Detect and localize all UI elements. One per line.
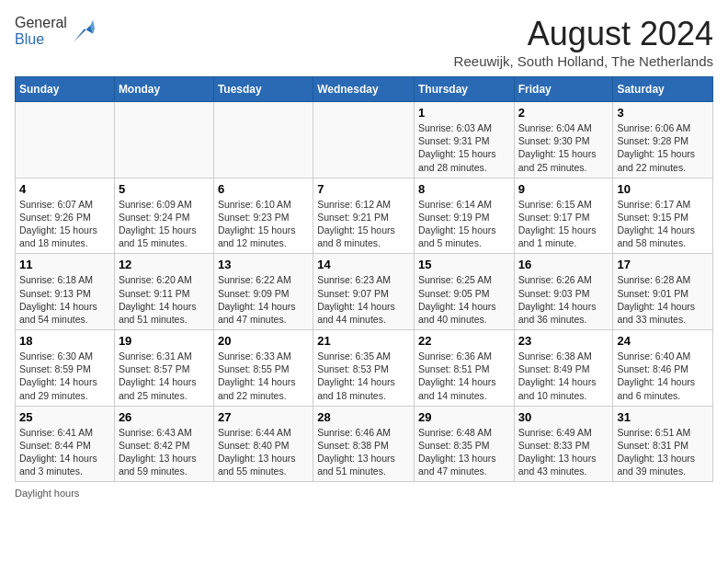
logo-icon — [69, 18, 95, 44]
day-number: 7 — [317, 182, 410, 196]
day-number: 21 — [317, 334, 410, 348]
day-info: Sunrise: 6:15 AM Sunset: 9:17 PM Dayligh… — [518, 198, 609, 250]
calendar-cell — [213, 102, 313, 178]
calendar-cell: 10Sunrise: 6:17 AM Sunset: 9:15 PM Dayli… — [613, 178, 713, 254]
day-info: Sunrise: 6:18 AM Sunset: 9:13 PM Dayligh… — [19, 273, 110, 326]
day-info: Sunrise: 6:07 AM Sunset: 9:26 PM Dayligh… — [19, 198, 110, 250]
day-number: 13 — [218, 258, 309, 271]
day-number: 20 — [218, 334, 309, 348]
day-number: 4 — [19, 182, 110, 196]
calendar-cell: 20Sunrise: 6:33 AM Sunset: 8:55 PM Dayli… — [213, 330, 313, 407]
day-header-friday: Friday — [514, 77, 613, 102]
day-info: Sunrise: 6:14 AM Sunset: 9:19 PM Dayligh… — [418, 198, 510, 250]
day-info: Sunrise: 6:33 AM Sunset: 8:55 PM Dayligh… — [218, 350, 309, 402]
week-row-2: 4Sunrise: 6:07 AM Sunset: 9:26 PM Daylig… — [16, 178, 713, 254]
month-title: August 2024 — [454, 15, 713, 53]
calendar-cell: 5Sunrise: 6:09 AM Sunset: 9:24 PM Daylig… — [114, 178, 213, 254]
logo: General Blue — [15, 15, 95, 48]
day-info: Sunrise: 6:04 AM Sunset: 9:30 PM Dayligh… — [518, 121, 609, 174]
day-info: Sunrise: 6:36 AM Sunset: 8:51 PM Dayligh… — [418, 350, 510, 402]
calendar-cell: 27Sunrise: 6:44 AM Sunset: 8:40 PM Dayli… — [213, 406, 313, 482]
day-info: Sunrise: 6:23 AM Sunset: 9:07 PM Dayligh… — [317, 273, 410, 326]
day-header-thursday: Thursday — [414, 77, 514, 102]
calendar-cell: 9Sunrise: 6:15 AM Sunset: 9:17 PM Daylig… — [514, 178, 613, 254]
title-block: August 2024 Reeuwijk, South Holland, The… — [454, 15, 713, 69]
day-header-wednesday: Wednesday — [313, 77, 415, 102]
calendar-cell: 3Sunrise: 6:06 AM Sunset: 9:28 PM Daylig… — [613, 102, 713, 178]
calendar-cell: 24Sunrise: 6:40 AM Sunset: 8:46 PM Dayli… — [613, 330, 713, 407]
week-row-4: 18Sunrise: 6:30 AM Sunset: 8:59 PM Dayli… — [16, 330, 713, 407]
day-info: Sunrise: 6:38 AM Sunset: 8:49 PM Dayligh… — [518, 350, 609, 402]
day-number: 1 — [418, 106, 510, 120]
day-info: Sunrise: 6:26 AM Sunset: 9:03 PM Dayligh… — [518, 273, 609, 326]
calendar-cell: 21Sunrise: 6:35 AM Sunset: 8:53 PM Dayli… — [313, 330, 415, 407]
week-row-1: 1Sunrise: 6:03 AM Sunset: 9:31 PM Daylig… — [16, 102, 713, 178]
calendar-cell: 28Sunrise: 6:46 AM Sunset: 8:38 PM Dayli… — [313, 406, 415, 482]
day-info: Sunrise: 6:09 AM Sunset: 9:24 PM Dayligh… — [119, 198, 210, 250]
day-number: 2 — [518, 106, 609, 120]
calendar-cell: 30Sunrise: 6:49 AM Sunset: 8:33 PM Dayli… — [514, 406, 613, 482]
day-number: 14 — [317, 258, 410, 271]
day-info: Sunrise: 6:30 AM Sunset: 8:59 PM Dayligh… — [19, 350, 110, 402]
day-info: Sunrise: 6:41 AM Sunset: 8:44 PM Dayligh… — [19, 426, 110, 478]
day-info: Sunrise: 6:44 AM Sunset: 8:40 PM Dayligh… — [218, 426, 309, 478]
calendar-cell: 25Sunrise: 6:41 AM Sunset: 8:44 PM Dayli… — [16, 406, 115, 482]
week-row-3: 11Sunrise: 6:18 AM Sunset: 9:13 PM Dayli… — [16, 254, 713, 330]
calendar-cell: 15Sunrise: 6:25 AM Sunset: 9:05 PM Dayli… — [414, 254, 514, 330]
day-info: Sunrise: 6:06 AM Sunset: 9:28 PM Dayligh… — [617, 121, 709, 174]
day-number: 17 — [617, 258, 709, 271]
day-info: Sunrise: 6:43 AM Sunset: 8:42 PM Dayligh… — [119, 426, 210, 478]
location: Reeuwijk, South Holland, The Netherlands — [454, 53, 713, 69]
calendar-cell: 16Sunrise: 6:26 AM Sunset: 9:03 PM Dayli… — [514, 254, 613, 330]
day-number: 19 — [119, 334, 210, 348]
day-info: Sunrise: 6:10 AM Sunset: 9:23 PM Dayligh… — [218, 198, 309, 250]
day-number: 29 — [418, 410, 510, 424]
day-number: 18 — [19, 334, 110, 348]
calendar-cell — [114, 102, 213, 178]
day-number: 26 — [119, 410, 210, 424]
calendar-cell: 12Sunrise: 6:20 AM Sunset: 9:11 PM Dayli… — [114, 254, 213, 330]
calendar-cell: 29Sunrise: 6:48 AM Sunset: 8:35 PM Dayli… — [414, 406, 514, 482]
calendar-cell: 7Sunrise: 6:12 AM Sunset: 9:21 PM Daylig… — [313, 178, 415, 254]
calendar-cell: 8Sunrise: 6:14 AM Sunset: 9:19 PM Daylig… — [414, 178, 514, 254]
day-number: 16 — [518, 258, 609, 271]
footer-note: Daylight hours — [15, 488, 713, 499]
day-info: Sunrise: 6:22 AM Sunset: 9:09 PM Dayligh… — [218, 273, 309, 326]
day-info: Sunrise: 6:49 AM Sunset: 8:33 PM Dayligh… — [518, 426, 609, 478]
day-number: 24 — [617, 334, 709, 348]
calendar-cell: 19Sunrise: 6:31 AM Sunset: 8:57 PM Dayli… — [114, 330, 213, 407]
calendar-cell: 17Sunrise: 6:28 AM Sunset: 9:01 PM Dayli… — [613, 254, 713, 330]
calendar-cell: 26Sunrise: 6:43 AM Sunset: 8:42 PM Dayli… — [114, 406, 213, 482]
day-number: 6 — [218, 182, 309, 196]
day-info: Sunrise: 6:51 AM Sunset: 8:31 PM Dayligh… — [617, 426, 709, 478]
logo-blue-text: Blue — [15, 31, 44, 47]
day-number: 11 — [19, 258, 110, 271]
day-number: 12 — [119, 258, 210, 271]
day-number: 22 — [418, 334, 510, 348]
day-number: 31 — [617, 410, 709, 424]
day-info: Sunrise: 6:48 AM Sunset: 8:35 PM Dayligh… — [418, 426, 510, 478]
calendar-cell: 31Sunrise: 6:51 AM Sunset: 8:31 PM Dayli… — [613, 406, 713, 482]
day-number: 27 — [218, 410, 309, 424]
calendar-cell: 22Sunrise: 6:36 AM Sunset: 8:51 PM Dayli… — [414, 330, 514, 407]
day-info: Sunrise: 6:40 AM Sunset: 8:46 PM Dayligh… — [617, 350, 709, 402]
calendar-cell: 6Sunrise: 6:10 AM Sunset: 9:23 PM Daylig… — [213, 178, 313, 254]
calendar-cell: 1Sunrise: 6:03 AM Sunset: 9:31 PM Daylig… — [414, 102, 514, 178]
day-number: 10 — [617, 182, 709, 196]
day-info: Sunrise: 6:31 AM Sunset: 8:57 PM Dayligh… — [119, 350, 210, 402]
calendar-cell: 18Sunrise: 6:30 AM Sunset: 8:59 PM Dayli… — [16, 330, 115, 407]
day-info: Sunrise: 6:28 AM Sunset: 9:01 PM Dayligh… — [617, 273, 709, 326]
day-header-tuesday: Tuesday — [213, 77, 313, 102]
day-header-saturday: Saturday — [613, 77, 713, 102]
calendar-cell: 11Sunrise: 6:18 AM Sunset: 9:13 PM Dayli… — [16, 254, 115, 330]
day-info: Sunrise: 6:25 AM Sunset: 9:05 PM Dayligh… — [418, 273, 510, 326]
day-info: Sunrise: 6:46 AM Sunset: 8:38 PM Dayligh… — [317, 426, 410, 478]
day-number: 9 — [518, 182, 609, 196]
day-number: 15 — [418, 258, 510, 271]
logo-general-text: General — [15, 15, 67, 30]
day-number: 28 — [317, 410, 410, 424]
day-number: 3 — [617, 106, 709, 120]
week-row-5: 25Sunrise: 6:41 AM Sunset: 8:44 PM Dayli… — [16, 406, 713, 482]
calendar-cell: 14Sunrise: 6:23 AM Sunset: 9:07 PM Dayli… — [313, 254, 415, 330]
svg-marker-0 — [74, 25, 93, 42]
